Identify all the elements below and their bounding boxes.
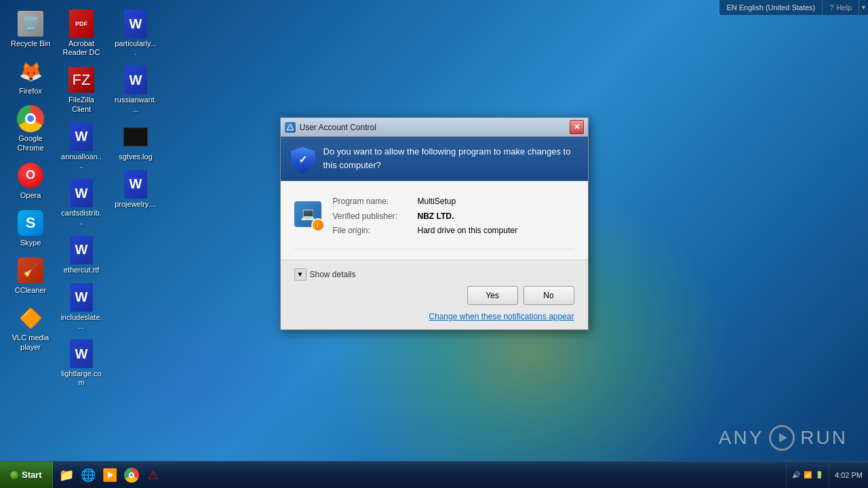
button-row: Yes No <box>294 286 574 305</box>
uac-close-button[interactable]: ✕ <box>570 120 584 134</box>
uac-shield-icon: ✓ <box>291 147 315 171</box>
program-icon: 💻 ! <box>294 201 325 232</box>
program-name-label: Program name: <box>333 195 414 209</box>
program-info: 💻 ! Program name: MultiSetup Verified pu… <box>294 191 574 249</box>
program-name-row: Program name: MultiSetup <box>333 195 517 209</box>
uac-title-icon <box>285 122 296 133</box>
publisher-row: Verified publisher: NBZ LTD. <box>333 209 517 224</box>
uac-question-text: Do you want to allow the following progr… <box>323 145 578 171</box>
no-button[interactable]: No <box>524 286 574 305</box>
svg-marker-0 <box>287 124 294 130</box>
show-details-row: ▼ Show details <box>294 268 574 281</box>
origin-value: Hard drive on this computer <box>418 224 517 239</box>
show-details-label[interactable]: Show details <box>310 270 356 279</box>
uac-body: 💻 ! Program name: MultiSetup Verified pu… <box>281 181 588 260</box>
origin-label: File origin: <box>333 224 414 239</box>
publisher-value: NBZ LTD. <box>418 209 454 224</box>
publisher-label: Verified publisher: <box>333 209 414 224</box>
uac-overlay: User Account Control ✕ ✓ Do you want to … <box>0 0 868 488</box>
program-icon-badge: ! <box>311 218 325 232</box>
uac-header: ✓ Do you want to allow the following pro… <box>281 137 588 181</box>
uac-dialog: User Account Control ✕ ✓ Do you want to … <box>280 117 589 330</box>
program-name-value: MultiSetup <box>418 195 456 209</box>
change-notifications-link: Change when these notifications appear <box>294 312 574 321</box>
program-details: Program name: MultiSetup Verified publis… <box>333 195 517 239</box>
uac-title-text: User Account Control <box>300 123 566 132</box>
change-notifications-anchor[interactable]: Change when these notifications appear <box>429 312 574 321</box>
desktop: EN English (United States) ? Help ▼ 🗑️ R… <box>0 0 868 488</box>
yes-button[interactable]: Yes <box>467 286 518 305</box>
uac-titlebar: User Account Control ✕ <box>281 118 588 137</box>
show-details-arrow[interactable]: ▼ <box>294 268 307 281</box>
uac-footer: ▼ Show details Yes No Change when these … <box>281 260 588 329</box>
origin-row: File origin: Hard drive on this computer <box>333 224 517 239</box>
